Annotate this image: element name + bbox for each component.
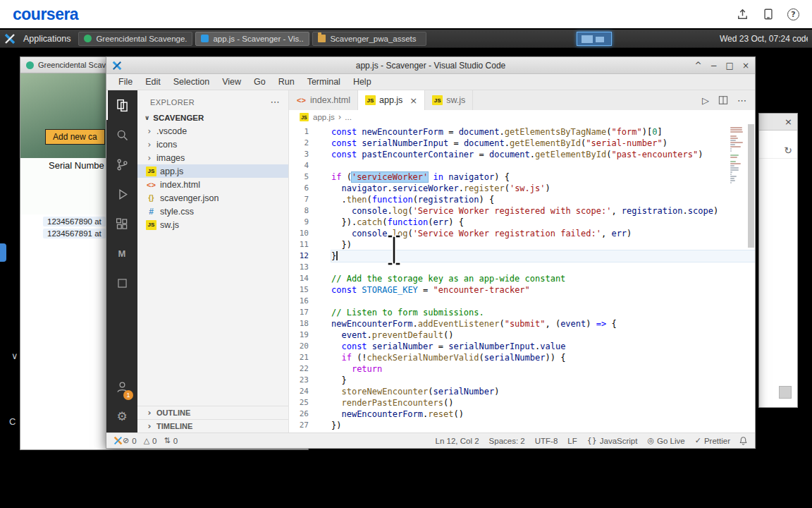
file-item-index.html[interactable]: <>index.html: [137, 178, 288, 191]
split-editor-icon[interactable]: [718, 95, 728, 105]
line-number[interactable]: 14: [289, 273, 317, 284]
notifications-bell-icon[interactable]: [739, 436, 748, 445]
menu-help[interactable]: Help: [347, 77, 378, 87]
line-number[interactable]: 18: [289, 318, 317, 329]
outline-panel[interactable]: › OUTLINE: [137, 406, 288, 419]
maximize-button[interactable]: □: [726, 61, 734, 71]
file-item-sw.js[interactable]: JSsw.js: [137, 218, 288, 231]
status-ports[interactable]: ⇅0: [164, 436, 178, 445]
status-language-mode[interactable]: {}JavaScript: [587, 436, 638, 445]
line-number[interactable]: 26: [289, 409, 317, 420]
status-indentation[interactable]: Spaces: 2: [489, 437, 525, 445]
menu-terminal[interactable]: Terminal: [301, 77, 347, 87]
line-number[interactable]: 19: [289, 329, 317, 341]
more-actions-icon[interactable]: ⋯: [271, 97, 280, 107]
m-extension-icon[interactable]: M: [106, 238, 137, 268]
line-number[interactable]: 1: [289, 126, 317, 138]
line-number[interactable]: 3: [289, 149, 317, 160]
menu-file[interactable]: File: [112, 77, 139, 87]
file-item-.vscode[interactable]: ›.vscode: [137, 124, 288, 138]
account-icon[interactable]: 1: [106, 372, 137, 401]
close-icon[interactable]: ×: [410, 95, 417, 106]
line-number[interactable]: 12: [289, 250, 317, 262]
status-eol[interactable]: LF: [567, 437, 577, 445]
line-number[interactable]: 22: [289, 363, 317, 375]
add-new-button[interactable]: Add new ca: [45, 129, 105, 145]
status-errors[interactable]: ⊘0: [123, 436, 137, 445]
close-icon[interactable]: ×: [785, 116, 792, 127]
line-number[interactable]: 21: [289, 352, 317, 363]
file-item-icons[interactable]: ›icons: [137, 138, 288, 151]
close-button[interactable]: ×: [742, 61, 749, 71]
status-go-live[interactable]: ◎Go Live: [647, 436, 684, 445]
taskbar-button-browser[interactable]: Greencidental Scavenge...: [78, 32, 192, 46]
code-token: "past-encounters": [611, 150, 698, 159]
extensions-icon[interactable]: [106, 209, 137, 238]
line-number[interactable]: 9: [289, 217, 317, 228]
line-number[interactable]: 2: [289, 138, 317, 149]
minimize-button[interactable]: −: [710, 61, 718, 71]
help-icon[interactable]: ?: [787, 8, 799, 20]
status-cursor-position[interactable]: Ln 12, Col 2: [436, 437, 479, 445]
run-debug-icon[interactable]: [106, 179, 137, 209]
workspace-switcher[interactable]: [577, 32, 612, 46]
menu-run[interactable]: Run: [272, 77, 301, 87]
menu-go[interactable]: Go: [247, 77, 272, 87]
refresh-icon[interactable]: ↻: [784, 145, 792, 156]
menu-view[interactable]: View: [216, 77, 247, 87]
line-number[interactable]: 23: [289, 375, 317, 386]
run-file-icon[interactable]: ▷: [702, 95, 709, 106]
edge-panel-handle[interactable]: [0, 243, 6, 262]
timeline-panel[interactable]: › TIMELINE: [137, 419, 288, 433]
line-number[interactable]: 13: [289, 262, 317, 273]
line-number[interactable]: 11: [289, 239, 317, 250]
line-number[interactable]: 4: [289, 160, 317, 171]
breadcrumb[interactable]: JS app.js › ...: [289, 110, 755, 124]
menu-edit[interactable]: Edit: [139, 77, 167, 87]
line-number[interactable]: 27: [289, 420, 317, 431]
line-number[interactable]: 15: [289, 284, 317, 296]
minimap[interactable]: [730, 127, 746, 183]
file-manager-title-bar[interactable]: ×: [759, 114, 797, 131]
applications-menu[interactable]: Applications: [20, 34, 74, 44]
file-item-scavenger.json[interactable]: {}scavenger.json: [137, 191, 288, 205]
line-number[interactable]: 10: [289, 228, 317, 239]
status-prettier[interactable]: ✓Prettier: [695, 436, 730, 445]
taskbar-button-file-manager[interactable]: Scavenger_pwa_assets: [312, 32, 426, 46]
line-number[interactable]: 8: [289, 205, 317, 217]
line-number[interactable]: 25: [289, 397, 317, 409]
line-number[interactable]: 7: [289, 194, 317, 205]
file-item-images[interactable]: ›images: [137, 151, 288, 164]
status-encoding[interactable]: UTF-8: [535, 437, 558, 445]
line-number[interactable]: 16: [289, 296, 317, 307]
line-number[interactable]: 17: [289, 307, 317, 318]
file-item-style.css[interactable]: #style.css: [137, 205, 288, 218]
editor-scrollbar[interactable]: [747, 124, 755, 433]
explorer-icon[interactable]: [106, 90, 137, 120]
tab-app.js[interactable]: JSapp.js×: [358, 90, 425, 110]
line-number[interactable]: 6: [289, 183, 317, 194]
upload-icon[interactable]: [735, 7, 749, 21]
project-root[interactable]: ∨ SCAVENGER: [137, 112, 288, 124]
source-control-icon[interactable]: [106, 150, 137, 179]
vscode-title-bar[interactable]: app.js - Scavenger - Visual Studio Code …: [106, 57, 755, 74]
applications-menu-icon[interactable]: [4, 33, 16, 44]
line-number[interactable]: 24: [289, 386, 317, 397]
line-number[interactable]: 20: [289, 341, 317, 352]
file-item-app.js[interactable]: JSapp.js: [137, 164, 288, 178]
more-actions-icon[interactable]: ⋯: [737, 95, 746, 106]
shade-button[interactable]: ^: [694, 61, 701, 71]
taskbar-clock[interactable]: Wed 23 Oct, 07:24 coder: [720, 34, 808, 44]
status-warnings[interactable]: △0: [144, 436, 157, 445]
scrollbar-thumb[interactable]: [748, 124, 754, 248]
tab-sw.js[interactable]: JSsw.js: [425, 90, 473, 110]
menu-selection[interactable]: Selection: [167, 77, 216, 87]
tab-index.html[interactable]: <>index.html: [289, 90, 358, 110]
line-number[interactable]: 5: [289, 171, 317, 183]
clipboard-icon[interactable]: [761, 7, 775, 21]
search-icon[interactable]: [106, 120, 137, 150]
code-editor[interactable]: 1234567891011121314151617181920212223242…: [289, 124, 755, 433]
taskbar-button-vscode[interactable]: app.js - Scavenger - Vis...: [195, 32, 309, 46]
browser-preview-icon[interactable]: [106, 268, 137, 298]
settings-gear-icon[interactable]: ⚙: [106, 401, 137, 431]
